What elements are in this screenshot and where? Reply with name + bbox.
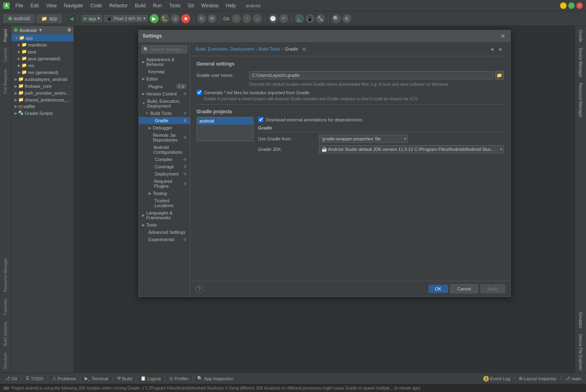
menu-build[interactable]: Build <box>132 2 149 9</box>
tree-item-res[interactable]: ▶ 📁 res <box>11 62 74 69</box>
run-config-dropdown[interactable]: ▶ app ▾ <box>81 15 102 22</box>
sidebar-tab-pull-requests[interactable]: Pull Requests <box>2 66 9 97</box>
run-button[interactable]: ▶ <box>150 14 159 23</box>
settings-item-required-plugins[interactable]: Required Plugins ⚙ <box>139 178 190 190</box>
sdk-button[interactable]: 🔧 <box>316 14 325 23</box>
settings-item-tools[interactable]: ▶ Tools <box>139 221 190 229</box>
menu-run[interactable]: Run <box>150 2 165 9</box>
minimize-button[interactable]: — <box>560 2 567 9</box>
tree-settings-icon[interactable]: ⚙ <box>67 28 71 33</box>
profile-button[interactable]: ◎ <box>171 14 180 23</box>
gradle-home-input[interactable] <box>249 71 493 79</box>
settings-item-gradle[interactable]: Gradle ⚙ <box>139 117 190 124</box>
history-button[interactable]: 🕐 <box>269 14 278 23</box>
tree-item-java[interactable]: ▶ 📁 java <box>11 48 74 55</box>
settings-item-testing[interactable]: ▶ Testing <box>139 190 190 197</box>
status-terminal[interactable]: ▶_ Terminal <box>82 375 111 382</box>
status-app-inspection[interactable]: 🔍 App Inspection <box>195 375 236 382</box>
project-list-item-android[interactable]: android <box>197 117 253 125</box>
menu-edit[interactable]: Edit <box>27 2 42 9</box>
sidebar-tab-commit[interactable]: Commit <box>2 45 9 65</box>
use-gradle-from-select[interactable]: 'gradle-wrapper.properties' file <box>319 135 408 143</box>
settings-item-keymap[interactable]: Keymap <box>139 68 190 75</box>
git-pull-button[interactable]: ↓ <box>253 14 262 23</box>
settings-item-lang-frameworks[interactable]: ▶ Languages & Frameworks <box>139 209 190 221</box>
right-tab-device-manager[interactable]: Device Manager <box>577 45 584 80</box>
tree-item-firebase[interactable]: ▶ 📁 firebase_core <box>11 83 74 89</box>
tree-item-manifests[interactable]: ▶ 📁 manifests <box>11 41 74 48</box>
sidebar-tab-favorites[interactable]: Favorites <box>2 295 9 318</box>
tree-item-res-generated[interactable]: ▶ 📁 res (generated) <box>11 69 74 76</box>
settings-item-advanced[interactable]: Advanced Settings <box>139 229 190 236</box>
menu-tools[interactable]: Tools <box>166 2 184 9</box>
status-profiler[interactable]: ◎ Profiler <box>167 375 191 382</box>
status-branch[interactable]: ⎇ main <box>563 375 584 382</box>
avd-button[interactable]: 📱 <box>306 14 314 23</box>
settings-item-remote-jar[interactable]: Remote Jar Repositories ⚙ <box>139 131 190 144</box>
right-tab-emulator[interactable]: Emulator <box>577 310 584 331</box>
build-button[interactable]: ⚒ <box>208 14 217 23</box>
sidebar-tab-resource-manager[interactable]: Resource Manager <box>2 254 9 295</box>
maximize-button[interactable]: □ <box>568 2 575 9</box>
cancel-button[interactable]: Cancel <box>450 284 478 293</box>
back-icon[interactable]: ◄ <box>69 15 74 22</box>
settings-item-android-config[interactable]: Android Configurations <box>139 144 190 156</box>
menu-code[interactable]: Code <box>87 2 105 9</box>
settings-item-trusted-locations[interactable]: Trusted Locations <box>139 197 190 209</box>
breadcrumb-back-button[interactable]: ◄ <box>488 45 496 53</box>
settings-item-coverage[interactable]: Coverage ⚙ <box>139 163 190 170</box>
tree-item-path-provider[interactable]: ▶ 📁 path_provider_andro... <box>11 89 74 96</box>
settings-item-appearance[interactable]: ▶ Appearance & Behavior <box>139 56 190 68</box>
sync-button[interactable]: ↻ <box>197 14 206 23</box>
settings-item-plugins[interactable]: Plugins 1 ⚙ <box>139 83 190 90</box>
gradle-home-browse-button[interactable]: 📁 <box>495 71 504 80</box>
status-git[interactable]: ⎇ Git <box>2 375 19 382</box>
debug-button[interactable]: 🐛 <box>160 14 169 23</box>
settings-item-debugger[interactable]: ▶ Debugger <box>139 124 190 131</box>
search-everywhere-button[interactable]: 🔍 <box>332 14 341 23</box>
menu-help[interactable]: Help <box>223 2 239 9</box>
status-problems[interactable]: ⚠ Problems <box>50 375 79 382</box>
sidebar-tab-project[interactable]: Project <box>2 26 9 45</box>
right-tab-device-file-explorer[interactable]: Device File Explorer <box>577 332 584 373</box>
menu-window[interactable]: Window <box>198 2 222 9</box>
tree-item-sqflite[interactable]: ▶ 🗃 sqflite <box>11 103 74 110</box>
tree-item-audioplayers[interactable]: ▶ 📁 audioplayers_android <box>11 76 74 83</box>
download-annotations-checkbox[interactable] <box>258 117 263 122</box>
breadcrumb-forward-button[interactable]: ► <box>497 45 505 53</box>
device-manager-button[interactable]: 📺 <box>295 14 304 23</box>
settings-item-editor[interactable]: ▶ Editor <box>139 75 190 83</box>
apply-button[interactable]: Apply <box>480 284 505 293</box>
menu-navigate[interactable]: Navigate <box>61 2 86 9</box>
ok-button[interactable]: OK <box>429 285 448 293</box>
right-tab-gradle[interactable]: Gradle <box>577 28 584 44</box>
tree-item-shared-prefs[interactable]: ▶ 📁 shared_preferences_... <box>11 96 74 103</box>
menu-file[interactable]: File <box>12 2 26 9</box>
settings-item-deployment[interactable]: Deployment ⚙ <box>139 170 190 178</box>
sidebar-tab-build-variants[interactable]: Build Variants <box>2 318 9 350</box>
dialog-close-button[interactable]: ✕ <box>500 33 506 39</box>
settings-item-experimental[interactable]: Experimental ⚙ <box>139 236 190 243</box>
device-dropdown[interactable]: 📱 Pixel 2 API 31 ▾ <box>104 15 148 22</box>
breadcrumb-icon-button[interactable]: ⊞ <box>302 47 306 52</box>
tree-item-gradle-scripts[interactable]: ▶ 🔩 Gradle Scripts <box>11 110 74 117</box>
menu-git[interactable]: Git <box>185 2 197 9</box>
help-button[interactable]: ? <box>195 284 204 293</box>
breadcrumb-build-exec[interactable]: Build, Execution, Deployment <box>196 47 254 51</box>
undo-button[interactable]: ↶ <box>279 14 288 23</box>
app-tab[interactable]: 📁 app <box>36 14 62 23</box>
tree-item-app[interactable]: ▼ 📁 app <box>11 34 74 41</box>
project-tab[interactable]: ⬟ android <box>3 14 35 23</box>
generate-iml-checkbox[interactable] <box>197 90 202 95</box>
settings-item-version-control[interactable]: ▶ Version Control ⚙ <box>139 90 190 97</box>
status-logcat[interactable]: 📋 Logcat <box>138 375 163 382</box>
settings-item-build-exec[interactable]: ▼ Build, Execution, Deployment <box>139 97 190 110</box>
git-check-button[interactable]: ✓ <box>232 14 241 23</box>
stop-button[interactable]: ■ <box>181 14 190 23</box>
settings-item-build-tools[interactable]: ▼ Build Tools ⚙ <box>139 110 190 117</box>
git-push-button[interactable]: ↑ <box>242 14 251 23</box>
menu-refactor[interactable]: Refactor <box>106 2 131 9</box>
settings-button[interactable]: ⚙ <box>342 14 351 23</box>
gradle-jdk-select[interactable]: Android Studio default JDK version 11.0.… <box>319 145 504 153</box>
close-button[interactable]: ✕ <box>576 2 583 9</box>
